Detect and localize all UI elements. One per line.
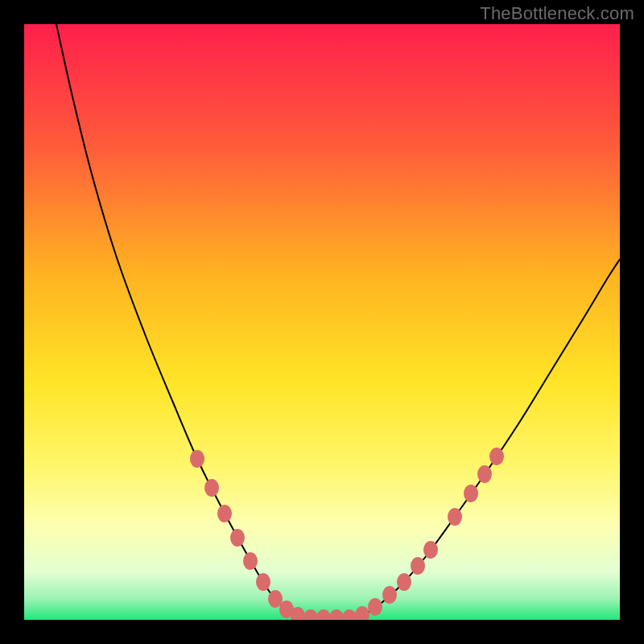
dot-14 <box>368 598 382 616</box>
dot-21 <box>477 465 492 483</box>
dot-3 <box>230 529 245 547</box>
dot-2 <box>217 505 232 522</box>
dot-4 <box>243 552 258 570</box>
plot-background <box>24 24 620 620</box>
dot-18 <box>423 541 438 559</box>
dot-17 <box>411 557 425 575</box>
dot-0 <box>190 450 204 468</box>
dot-20 <box>464 485 478 502</box>
plot-area <box>24 24 620 620</box>
dot-1 <box>204 479 219 497</box>
plot-svg <box>24 24 620 620</box>
watermark-text: TheBottleneck.com <box>480 3 634 24</box>
dot-19 <box>448 508 462 526</box>
chart-frame: TheBottleneck.com <box>0 0 644 644</box>
dot-22 <box>489 448 504 465</box>
dot-5 <box>256 573 270 591</box>
dot-15 <box>382 586 397 604</box>
dot-16 <box>397 573 411 591</box>
